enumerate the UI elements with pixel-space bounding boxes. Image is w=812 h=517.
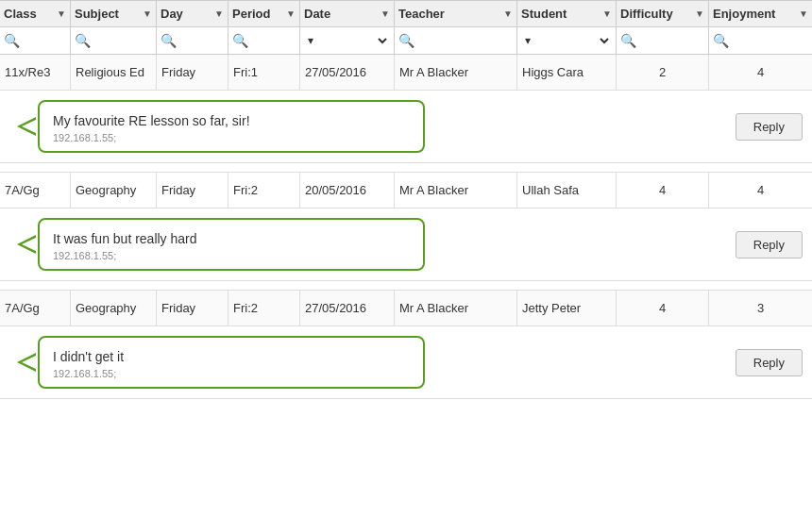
col-label-subject: Subject (75, 7, 119, 21)
col-header-day[interactable]: Day ▼ (157, 1, 228, 26)
cell-teacher-1: Mr A Blacker (395, 173, 517, 208)
comment-ip-1: 192.168.1.55; (53, 250, 410, 261)
col-header-subject[interactable]: Subject ▼ (71, 1, 157, 26)
cell-date-1: 20/05/2016 (300, 173, 395, 208)
filter-date-select[interactable]: ▾ (304, 33, 390, 48)
cell-difficulty-0: 2 (617, 55, 709, 90)
col-label-date: Date (304, 7, 330, 21)
cell-day-2: Friday (157, 291, 228, 325)
filter-teacher: 🔍 (395, 27, 517, 54)
cell-enjoyment-2: 3 (709, 291, 812, 325)
col-header-period[interactable]: Period ▼ (228, 1, 300, 26)
cell-subject-0: Religious Ed (71, 55, 157, 90)
col-label-student: Student (521, 7, 567, 21)
filter-icon-day[interactable]: 🔍 (161, 33, 177, 48)
sort-icon-enjoyment: ▼ (799, 8, 808, 19)
comment-bubble-0: My favourite RE lesson so far, sir! 192.… (38, 100, 425, 153)
col-header-student[interactable]: Student ▼ (517, 1, 617, 26)
cell-class-1: 7A/Gg (0, 173, 71, 208)
main-table: Class ▼ Subject ▼ Day ▼ Period ▼ Date ▼ … (0, 0, 812, 399)
cell-teacher-0: Mr A Blacker (395, 55, 517, 90)
cell-difficulty-2: 4 (617, 291, 709, 325)
sort-icon-difficulty: ▼ (695, 8, 704, 19)
comment-text-0: My favourite RE lesson so far, sir! (53, 113, 410, 128)
cell-enjoyment-0: 4 (709, 55, 812, 90)
col-label-teacher: Teacher (398, 7, 445, 21)
cell-enjoyment-1: 4 (709, 173, 812, 208)
cell-teacher-2: Mr A Blacker (395, 291, 517, 325)
cell-difficulty-1: 4 (617, 173, 709, 208)
comment-bubble-1: It was fun but really hard 192.168.1.55; (38, 218, 425, 271)
col-header-difficulty[interactable]: Difficulty ▼ (617, 1, 709, 26)
cell-date-0: 27/05/2016 (300, 55, 395, 90)
cell-student-1: Ullah Safa (517, 173, 617, 208)
cell-subject-2: Geography (71, 291, 157, 325)
reply-button-2[interactable]: Reply (736, 349, 803, 376)
spacer-0 (0, 163, 812, 173)
col-header-class[interactable]: Class ▼ (0, 1, 71, 26)
sort-icon-day: ▼ (214, 8, 224, 19)
data-row-2: 7A/Gg Geography Friday Fri:2 27/05/2016 … (0, 291, 812, 326)
cell-date-2: 27/05/2016 (300, 291, 395, 325)
cell-class-2: 7A/Gg (0, 291, 71, 325)
cell-period-2: Fri:2 (228, 291, 300, 325)
filter-enjoyment: 🔍 (709, 27, 812, 54)
filter-student-select[interactable]: ▾ (521, 33, 612, 48)
comment-text-2: I didn't get it (53, 349, 410, 364)
sort-icon-teacher: ▼ (503, 8, 513, 19)
filter-date[interactable]: ▾ (300, 27, 395, 54)
reply-spacer-2: Reply (425, 349, 812, 376)
filter-student[interactable]: ▾ (517, 27, 617, 54)
sort-icon-date: ▼ (381, 8, 390, 19)
col-label-period: Period (232, 7, 270, 21)
reply-spacer-1: Reply (425, 231, 812, 258)
filter-day: 🔍 (157, 27, 228, 54)
cell-day-1: Friday (157, 173, 228, 208)
filter-icon-class[interactable]: 🔍 (4, 33, 20, 48)
col-header-enjoyment[interactable]: Enjoyment ▼ (709, 1, 812, 26)
comment-section-2: I didn't get it 192.168.1.55; Reply (0, 326, 812, 399)
sort-icon-subject: ▼ (143, 8, 152, 19)
comment-ip-0: 192.168.1.55; (53, 132, 410, 143)
filter-subject: 🔍 (71, 27, 157, 54)
cell-day-0: Friday (157, 55, 228, 90)
cell-student-0: Higgs Cara (517, 55, 617, 90)
comment-text-1: It was fun but really hard (53, 231, 410, 246)
filter-icon-difficulty[interactable]: 🔍 (620, 33, 636, 48)
filter-icon-subject[interactable]: 🔍 (75, 33, 91, 48)
data-row-0: 11x/Re3 Religious Ed Friday Fri:1 27/05/… (0, 55, 812, 91)
comment-section-1: It was fun but really hard 192.168.1.55;… (0, 208, 812, 281)
cell-period-1: Fri:2 (228, 173, 300, 208)
reply-button-1[interactable]: Reply (736, 231, 803, 258)
comment-section-0: My favourite RE lesson so far, sir! 192.… (0, 91, 812, 163)
filter-class: 🔍 (0, 27, 71, 54)
filter-period: 🔍 (228, 27, 300, 54)
sort-icon-period: ▼ (286, 8, 296, 19)
filter-row: 🔍 🔍 🔍 🔍 ▾ 🔍 ▾ 🔍 🔍 (0, 27, 812, 55)
cell-class-0: 11x/Re3 (0, 55, 71, 90)
sort-icon-student: ▼ (602, 8, 612, 19)
col-header-teacher[interactable]: Teacher ▼ (395, 1, 517, 26)
comment-bubble-2: I didn't get it 192.168.1.55; (38, 336, 425, 389)
filter-difficulty: 🔍 (617, 27, 709, 54)
filter-icon-teacher[interactable]: 🔍 (398, 33, 414, 48)
reply-button-0[interactable]: Reply (736, 113, 803, 141)
spacer-1 (0, 281, 812, 291)
reply-spacer-0: Reply (425, 113, 812, 141)
col-label-enjoyment: Enjoyment (713, 7, 775, 21)
col-label-class: Class (4, 7, 37, 21)
header-row: Class ▼ Subject ▼ Day ▼ Period ▼ Date ▼ … (0, 0, 812, 27)
cell-student-2: Jetty Peter (517, 291, 617, 325)
col-label-day: Day (161, 7, 183, 21)
comment-ip-2: 192.168.1.55; (53, 368, 410, 379)
filter-icon-period[interactable]: 🔍 (232, 33, 248, 48)
col-label-difficulty: Difficulty (620, 7, 673, 21)
data-row-1: 7A/Gg Geography Friday Fri:2 20/05/2016 … (0, 173, 812, 208)
col-header-date[interactable]: Date ▼ (300, 1, 395, 26)
cell-subject-1: Geography (71, 173, 157, 208)
cell-period-0: Fri:1 (228, 55, 300, 90)
filter-icon-enjoyment[interactable]: 🔍 (713, 33, 729, 48)
sort-icon-class: ▼ (57, 8, 66, 19)
